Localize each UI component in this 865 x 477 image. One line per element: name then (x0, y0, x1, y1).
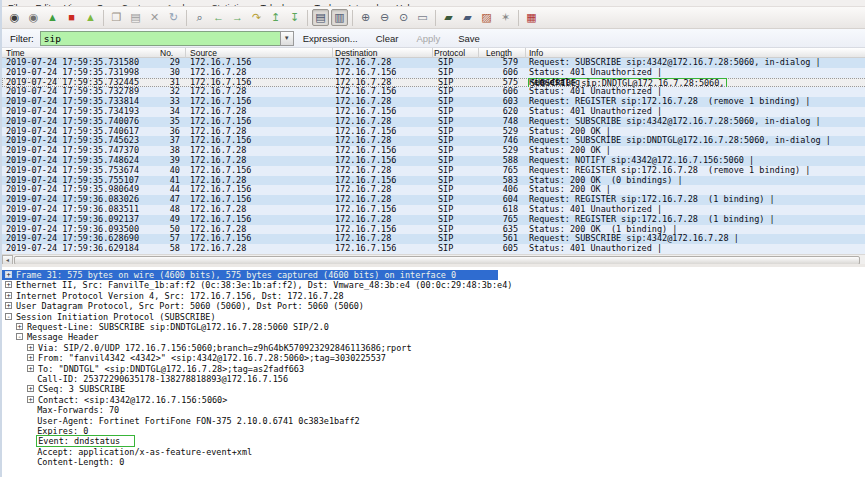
expand-icon[interactable]: + (5, 292, 12, 299)
close-file-icon[interactable]: ✕ (146, 9, 163, 26)
column-header-source[interactable]: Source (190, 48, 217, 58)
detail-text: Content-Length: 0 (37, 457, 124, 467)
detail-text: User Datagram Protocol, Src Port: 5060 (… (16, 301, 364, 311)
detail-text: Ethernet II, Src: FanvilTe_1b:af:f2 (0c:… (16, 280, 512, 290)
column-divider[interactable] (525, 48, 526, 58)
column-header-info[interactable]: Info (529, 48, 543, 58)
clear-button[interactable]: Clear (376, 33, 399, 44)
column-divider[interactable] (185, 48, 186, 58)
save-button[interactable]: Save (458, 33, 480, 44)
detail-text: Message Header (27, 332, 99, 342)
filter-label: Filter: (10, 33, 34, 44)
collapse-icon[interactable]: - (16, 333, 23, 340)
detail-line[interactable]: -Message Header (2, 332, 99, 342)
go-top-icon[interactable]: ↥ (267, 9, 284, 26)
detail-line[interactable]: +Internet Protocol Version 4, Src: 172.1… (2, 291, 344, 301)
cell-info: Status: 401 Unauthorized | (529, 244, 662, 254)
indent-spacer (27, 405, 37, 415)
apply-button[interactable]: Apply (416, 33, 440, 44)
auto-scroll-icon[interactable]: ▥ (331, 9, 348, 26)
expand-icon[interactable]: + (27, 396, 34, 403)
detail-line[interactable]: Content-Length: 0 (2, 457, 124, 467)
stop-capture-icon[interactable]: ■ (63, 9, 80, 26)
cell-destination: 172.16.7.156 (335, 244, 396, 254)
detail-line[interactable]: Accept: application/x-as-feature-event+x… (2, 447, 252, 457)
filter-value: sip (44, 33, 61, 44)
detail-line[interactable]: +Via: SIP/2.0/UDP 172.16.7.156:5060;bran… (2, 343, 412, 353)
detail-line[interactable]: +From: "fanvil4342 <4342>" <sip:4342@172… (2, 353, 386, 363)
cell-number: 58 (142, 244, 180, 254)
toolbar-separator (307, 10, 308, 26)
capture-options-icon[interactable]: ◉ (25, 9, 42, 26)
filter-input[interactable]: sip (40, 31, 280, 46)
go-back-icon[interactable]: ← (210, 9, 227, 26)
capture-filters-icon[interactable]: ▰ (440, 9, 457, 26)
toolbar-separator (518, 10, 519, 26)
find-packet-icon[interactable]: ⌕ (191, 9, 208, 26)
detail-line[interactable]: Call-ID: 25372290635178-138278818893@172… (2, 374, 288, 384)
open-file-icon[interactable]: ❐ (108, 9, 125, 26)
display-filters-icon[interactable]: ▰ (459, 9, 476, 26)
column-divider[interactable] (478, 48, 479, 58)
detail-line[interactable]: +Ethernet II, Src: FanvilTe_1b:af:f2 (0c… (2, 280, 512, 290)
expand-icon[interactable]: + (5, 302, 12, 309)
zoom-100-icon[interactable]: ⊙ (395, 9, 412, 26)
column-header-time[interactable]: Time (6, 48, 25, 58)
toolbar-separator (186, 10, 187, 26)
packet-row-58[interactable]: 2019-07-24 17:59:36.62918458172.16.7.281… (2, 244, 865, 254)
detail-text-highlight-box: Event: dndstatus (36, 435, 135, 447)
detail-line[interactable]: Max-Forwards: 70 (2, 405, 119, 415)
column-divider[interactable] (432, 48, 433, 58)
expand-icon[interactable]: + (16, 323, 23, 330)
column-divider[interactable] (332, 48, 333, 58)
packet-list-header: TimeNo.SourceDestinationProtocolLengthIn… (2, 48, 865, 58)
toolbar-separator (435, 10, 436, 26)
start-capture-icon[interactable]: ▲ (44, 9, 61, 26)
detail-line[interactable]: +CSeq: 3 SUBSCRIBE (2, 384, 125, 394)
detail-text: Accept: application/x-as-feature-event+x… (37, 447, 252, 457)
coloring-rules-icon[interactable]: ▨ (478, 9, 495, 26)
detail-line[interactable]: -Session Initiation Protocol (SUBSCRIBE) (2, 312, 216, 322)
detail-line[interactable]: +Frame 31: 575 bytes on wire (4600 bits)… (2, 270, 498, 280)
resize-columns-icon[interactable]: ▭ (414, 9, 431, 26)
column-header-protocol[interactable]: Protocol (434, 48, 465, 58)
filter-dropdown-button[interactable]: ▼ (280, 31, 294, 46)
help-icon[interactable]: ▦ (523, 9, 540, 26)
expand-icon[interactable]: + (5, 281, 12, 288)
cell-source: 172.16.7.28 (190, 244, 246, 254)
expand-icon[interactable]: + (27, 344, 34, 351)
detail-line[interactable]: +User Datagram Protocol, Src Port: 5060 … (2, 301, 364, 311)
cell-length: 605 (480, 244, 518, 254)
restart-capture-icon[interactable]: ▲ (82, 9, 99, 26)
go-bottom-icon[interactable]: ↧ (286, 9, 303, 26)
column-header-no[interactable]: No. (160, 48, 173, 58)
detail-line[interactable]: User-Agent: Fortinet FortiFone FON-375 2… (2, 416, 360, 426)
zoom-out-icon[interactable]: ⊖ (376, 9, 393, 26)
expand-icon[interactable]: + (27, 365, 34, 372)
go-to-packet-icon[interactable]: ↷ (248, 9, 265, 26)
detail-line[interactable]: +To: "DNDTGL" <sip:DNDTGL@172.16.7.28>;t… (2, 364, 304, 374)
menu-bar: FileEditViewGoCaptureAnalyzeStatisticsTe… (2, 0, 865, 7)
preferences-icon[interactable]: ✶ (497, 9, 514, 26)
detail-line[interactable]: +Request-Line: SUBSCRIBE sip:DNDTGL@172.… (2, 322, 329, 332)
expand-icon[interactable]: + (5, 271, 12, 278)
column-header-length[interactable]: Length (486, 48, 512, 58)
list-interfaces-icon[interactable]: ◉ (6, 9, 23, 26)
expression-button[interactable]: Expression... (303, 33, 358, 44)
toolbar-separator (103, 10, 104, 26)
expand-icon[interactable]: + (27, 354, 34, 361)
detail-line[interactable]: Event: dndstatus (2, 436, 135, 446)
column-header-destination[interactable]: Destination (335, 48, 378, 58)
reload-icon[interactable]: ↻ (165, 9, 182, 26)
horizontal-scrollbar[interactable]: ◄ (2, 254, 865, 264)
toolbar-separator (352, 10, 353, 26)
indent-spacer (27, 374, 37, 384)
collapse-icon[interactable]: - (5, 313, 12, 320)
detail-line[interactable]: +Contact: <sip:4342@172.16.7.156:5060> (2, 395, 227, 405)
zoom-in-icon[interactable]: ⊕ (357, 9, 374, 26)
expand-icon[interactable]: + (27, 385, 34, 392)
save-file-icon[interactable]: ▤ (127, 9, 144, 26)
go-forward-icon[interactable]: → (229, 9, 246, 26)
colorize-list-icon[interactable]: ▤ (312, 9, 329, 26)
detail-text: To: "DNDTGL" <sip:DNDTGL@172.16.7.28>;ta… (38, 364, 304, 374)
